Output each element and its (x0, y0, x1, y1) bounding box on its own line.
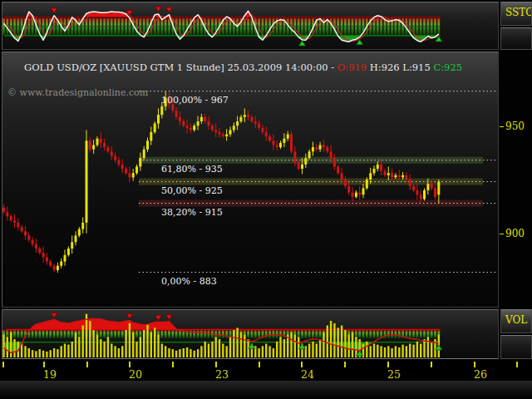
time-axis-tick (474, 362, 475, 367)
price-axis-label: 900 (505, 228, 525, 239)
chart-title: GOLD USD/OZ [XAUUSD GTM 1 Stunde] 25.03.… (24, 62, 462, 73)
ssto-oscillator-panel[interactable] (2, 2, 499, 50)
fibonacci-retracement (139, 91, 497, 273)
fib-level-label: 50,00% - 925 (161, 185, 223, 196)
vol-buy-marker (249, 343, 255, 348)
ssto-sell-marker (51, 8, 57, 13)
vol-sell-marker (126, 314, 133, 319)
volume-label-text: VOL (505, 314, 527, 326)
volume-scale-area (500, 335, 532, 359)
time-axis-tick (387, 362, 389, 367)
price-axis[interactable]: 950 900 (499, 52, 532, 308)
highlow-quote: H:926 L:915 (370, 62, 431, 73)
time-axis-label: 26 (474, 368, 487, 381)
watermark-copyright: © www.tradesignalonline.com (7, 87, 148, 98)
price-chart-panel[interactable]: GOLD USD/OZ [XAUUSD GTM 1 Stunde] 25.03.… (2, 52, 499, 308)
time-axis-label: 20 (129, 368, 142, 381)
ssto-sell-marker (155, 7, 161, 12)
ssto-overbought-fill (4, 11, 439, 17)
fib-level-label: 61,80% - 935 (161, 164, 223, 175)
time-axis-label: 25 (387, 368, 401, 381)
time-axis-tick (259, 362, 260, 367)
vol-buy-marker (298, 344, 305, 349)
time-axis-tick (516, 362, 518, 367)
fib-level-label: 0,00% - 883 (161, 276, 217, 287)
heat-strip (2, 330, 440, 338)
fib-level-label: 38,20% - 915 (161, 207, 223, 218)
time-axis-label: 19 (43, 368, 57, 381)
symbol-title: GOLD USD/OZ [XAUUSD GTM 1 Stunde] (24, 62, 224, 73)
time-axis-tick (86, 362, 88, 367)
ssto-scale-area (500, 27, 532, 50)
volume-panel[interactable] (2, 309, 499, 359)
ssto-label-text: SSTO (5, 5) (505, 7, 532, 18)
open-quote: O:919 (337, 62, 367, 73)
time-axis[interactable]: 192023242526 (0, 359, 532, 381)
time-axis-tick (301, 362, 303, 367)
price-axis-label: 950 (505, 121, 525, 132)
time-axis-tick (43, 362, 45, 367)
vol-sell-marker (51, 313, 57, 318)
vol-buy-marker (436, 345, 442, 350)
ssto-oversold-fill (4, 36, 439, 42)
bar-datetime: 25.03.2009 14:00:00 (227, 62, 328, 73)
volume-indicator-label[interactable]: VOL (500, 309, 532, 333)
time-axis-tick (215, 362, 217, 367)
time-axis-label: 24 (301, 368, 314, 381)
vol-buy-marker (357, 351, 363, 356)
ssto-chart-canvas (2, 2, 498, 49)
fib-level-label: 100,00% - 967 (161, 95, 229, 106)
time-axis-label: 23 (215, 368, 229, 381)
title-separator: - (331, 62, 334, 73)
trading-chart-window: SSTO (5, 5) GOLD USD/OZ [XAUUSD GTM 1 St… (0, 0, 532, 399)
time-axis-tick (172, 362, 174, 367)
ssto-sell-marker (165, 7, 172, 12)
vol-sell-marker (155, 315, 161, 320)
time-axis-tick (431, 362, 432, 367)
volume-chart-canvas (2, 310, 498, 358)
time-axis-tick (129, 362, 131, 367)
time-axis-tick (344, 362, 346, 367)
ssto-buy-marker (298, 41, 305, 46)
window-bottom-band (0, 381, 532, 399)
ssto-indicator-label[interactable]: SSTO (5, 5) (500, 2, 532, 26)
close-quote: C:925 (433, 62, 462, 73)
vol-sell-marker (165, 315, 172, 320)
time-axis-tick (2, 362, 4, 367)
vol-upper-fill (4, 318, 439, 329)
